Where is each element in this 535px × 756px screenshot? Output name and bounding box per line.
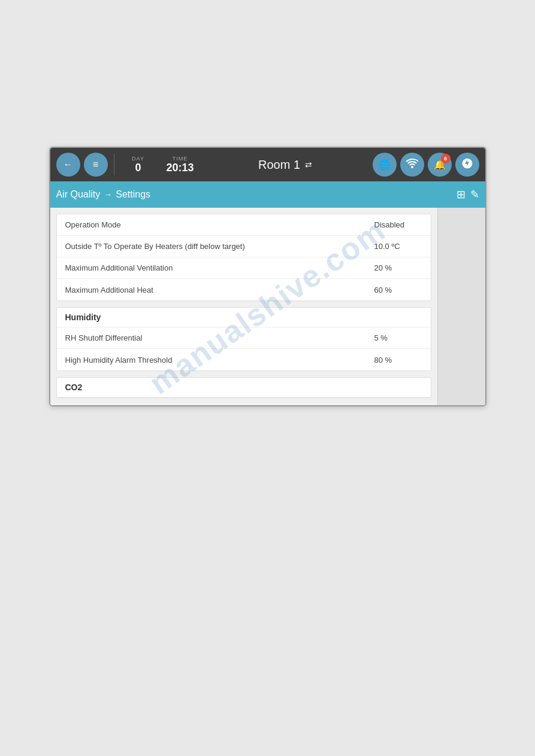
content-wrapper: manualshive.com Operation Mode Disabled … xyxy=(50,208,485,405)
back-button[interactable]: ← xyxy=(56,153,80,177)
max-ventilation-row: Maximum Additional Ventilation 20 % xyxy=(57,257,431,279)
menu-button[interactable]: ≡ xyxy=(84,153,108,177)
section-gap-1 xyxy=(56,301,431,307)
nav-bar: Air Quality → Settings ⊞ ✎ xyxy=(50,181,485,208)
rh-shutoff-row: RH Shutoff Differential 5 % xyxy=(57,327,431,349)
co2-settings-table: CO2 xyxy=(56,377,431,398)
room-switch-icon: ⇄ xyxy=(305,160,312,169)
bell-badge: 6 xyxy=(441,154,451,163)
day-display: DAY 0 xyxy=(120,156,156,174)
header-right-controls: 🌐 🔔 6 xyxy=(373,153,479,177)
co2-section-header: CO2 xyxy=(57,378,431,397)
content-area: Operation Mode Disabled Outside Tº To Op… xyxy=(50,208,485,405)
back-icon: ← xyxy=(64,159,73,170)
section-gap-2 xyxy=(56,371,431,377)
rh-shutoff-value: 5 % xyxy=(374,333,422,342)
day-value: 0 xyxy=(135,162,141,174)
breadcrumb-section[interactable]: Air Quality xyxy=(56,189,101,200)
max-heat-row: Maximum Additional Heat 60 % xyxy=(57,279,431,300)
breadcrumb-page: Settings xyxy=(116,189,150,200)
humidity-settings-table: Humidity RH Shutoff Differential 5 % Hig… xyxy=(56,307,431,371)
edit-icon: ✎ xyxy=(470,188,479,201)
wifi-button[interactable] xyxy=(400,153,424,177)
breadcrumb-arrow: → xyxy=(104,190,112,199)
support-button[interactable] xyxy=(455,153,479,177)
header: ← ≡ DAY 0 TIME 20:13 Room 1 ⇄ 🌐 xyxy=(50,148,485,181)
menu-icon: ≡ xyxy=(93,159,98,170)
wifi-icon xyxy=(406,159,418,171)
high-humidity-value: 80 % xyxy=(374,356,422,365)
high-humidity-row: High Humidity Alarm Threshold 80 % xyxy=(57,349,431,371)
day-label: DAY xyxy=(132,156,144,162)
outside-temp-label: Outside Tº To Operate By Heaters (diff b… xyxy=(65,242,374,251)
time-value: 20:13 xyxy=(166,162,194,174)
globe-button[interactable]: 🌐 xyxy=(373,153,397,177)
device-frame: ← ≡ DAY 0 TIME 20:13 Room 1 ⇄ 🌐 xyxy=(49,147,486,406)
breadcrumb: Air Quality → Settings xyxy=(56,189,151,200)
room-title: Room 1 ⇄ xyxy=(202,158,369,172)
grid-view-button[interactable]: ⊞ xyxy=(457,188,466,201)
max-heat-value: 60 % xyxy=(374,286,422,294)
high-humidity-label: High Humidity Alarm Threshold xyxy=(65,356,374,365)
day-time-group: DAY 0 TIME 20:13 xyxy=(120,156,198,174)
support-icon xyxy=(461,157,473,172)
time-display: TIME 20:13 xyxy=(162,156,198,174)
outside-temp-row: Outside Tº To Operate By Heaters (diff b… xyxy=(57,236,431,257)
room-name: Room 1 xyxy=(258,158,300,172)
edit-button[interactable]: ✎ xyxy=(470,188,479,201)
main-content: Operation Mode Disabled Outside Tº To Op… xyxy=(50,208,437,405)
outside-temp-value: 10.0 ºC xyxy=(374,242,422,251)
bell-button[interactable]: 🔔 6 xyxy=(428,153,452,177)
nav-actions: ⊞ ✎ xyxy=(457,188,479,201)
operation-mode-label: Operation Mode xyxy=(65,220,374,229)
max-ventilation-value: 20 % xyxy=(374,263,422,272)
time-label: TIME xyxy=(173,156,188,162)
grid-icon: ⊞ xyxy=(457,188,466,201)
operation-mode-value: Disabled xyxy=(374,220,422,229)
globe-icon: 🌐 xyxy=(379,159,391,171)
general-settings-table: Operation Mode Disabled Outside Tº To Op… xyxy=(56,214,431,301)
header-divider xyxy=(114,154,114,175)
operation-mode-row: Operation Mode Disabled xyxy=(57,214,431,236)
rh-shutoff-label: RH Shutoff Differential xyxy=(65,333,374,342)
max-ventilation-label: Maximum Additional Ventilation xyxy=(65,263,374,272)
sidebar-panel xyxy=(437,208,485,405)
humidity-section-header: Humidity xyxy=(57,308,431,327)
max-heat-label: Maximum Additional Heat xyxy=(65,286,374,294)
